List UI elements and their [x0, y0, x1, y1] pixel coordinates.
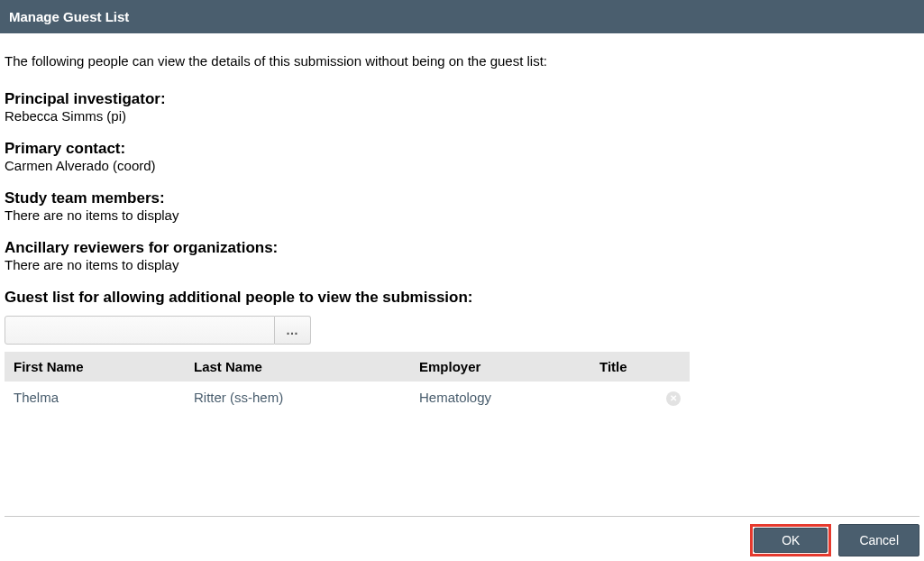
table-row: Thelma Ritter (ss-hem) Hematology ✕: [5, 382, 690, 413]
dialog-title: Manage Guest List: [9, 9, 129, 24]
study-team-label: Study team members:: [5, 189, 919, 207]
guest-list-heading: Guest list for allowing additional peopl…: [5, 289, 919, 307]
guest-table-header-row: First Name Last Name Employer Title: [5, 352, 690, 382]
guest-search-row: …: [5, 316, 919, 345]
dialog-footer: OK Cancel: [5, 516, 919, 556]
col-last-name[interactable]: Last Name: [185, 352, 410, 382]
cell-title: [590, 382, 657, 413]
ok-button[interactable]: OK: [754, 528, 828, 553]
pi-value: Rebecca Simms (pi): [5, 108, 919, 124]
pi-label: Principal investigator:: [5, 90, 919, 108]
dialog-header: Manage Guest List: [0, 0, 924, 33]
cancel-button[interactable]: Cancel: [838, 524, 919, 556]
cell-last-name: Ritter (ss-hem): [185, 382, 410, 413]
guest-browse-button[interactable]: …: [275, 316, 311, 345]
col-title[interactable]: Title: [590, 352, 657, 382]
guest-search-input[interactable]: [5, 316, 275, 345]
ok-highlight: OK: [750, 524, 831, 556]
intro-text: The following people can view the detail…: [5, 53, 919, 69]
ancillary-label: Ancillary reviewers for organizations:: [5, 239, 919, 257]
primary-contact-value: Carmen Alverado (coord): [5, 158, 919, 173]
remove-row-icon[interactable]: ✕: [666, 391, 681, 406]
col-employer[interactable]: Employer: [410, 352, 590, 382]
cell-first-name: Thelma: [5, 382, 185, 413]
ancillary-value: There are no items to display: [5, 257, 919, 272]
cell-employer: Hematology: [410, 382, 590, 413]
primary-contact-label: Primary contact:: [5, 140, 919, 158]
dialog-content: The following people can view the detail…: [0, 33, 924, 413]
col-first-name[interactable]: First Name: [5, 352, 185, 382]
guest-table: First Name Last Name Employer Title Thel…: [5, 352, 690, 413]
study-team-value: There are no items to display: [5, 207, 919, 223]
